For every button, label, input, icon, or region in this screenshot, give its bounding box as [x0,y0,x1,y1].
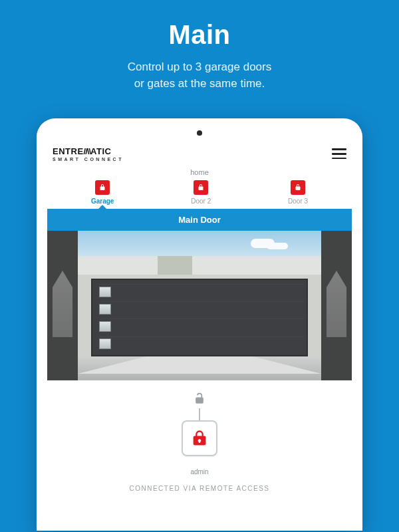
house-icon [53,271,72,337]
cloud-icon [251,239,275,248]
house-icon [327,271,346,337]
brand-slash: //\\ [84,146,90,156]
garage-window-icon [99,287,111,297]
door-title-banner: Main Door [47,209,352,231]
next-door-overlay[interactable] [321,231,352,380]
garage-window-icon [99,338,111,349]
user-label: admin [190,468,208,475]
brand-logo: ENTRE//\\ATIC SMART CONNECT [53,146,124,162]
brand-wordmark: ENTRE//\\ATIC [53,146,124,156]
prev-door-overlay[interactable] [47,231,78,380]
app-screen: ENTRE//\\ATIC SMART CONNECT home Garage [47,142,352,531]
door-tabs: Garage Door 2 Door 3 [47,180,352,209]
lock-icon [291,180,305,195]
unlock-open-icon [193,392,206,406]
slider-track [199,408,200,420]
lock-icon [95,180,110,195]
building-upper-wall [78,256,321,275]
lock-icon [194,180,208,195]
garage-door [91,279,308,356]
tablet-camera-icon [197,130,202,136]
tab-door-3[interactable]: Door 3 [288,180,308,209]
garage-window-icon [99,304,111,315]
tab-door-2[interactable]: Door 2 [191,180,211,209]
app-header: ENTRE//\\ATIC SMART CONNECT [47,142,352,168]
garage-camera-view[interactable] [47,231,352,380]
tab-label: Garage [91,198,114,205]
tablet-frame: ENTRE//\\ATIC SMART CONNECT home Garage [37,118,362,531]
tab-label: Door 3 [288,198,308,205]
brand-suffix: ATIC [90,146,111,156]
lock-toggle-button[interactable] [182,420,217,456]
connection-status: CONNECTED VIA REMOTE ACCESS [129,485,269,492]
garage-window-icon [99,321,111,332]
vent-icon [158,256,192,275]
brand-prefix: ENTRE [53,146,84,156]
tab-garage[interactable]: Garage [91,180,114,209]
hero-title: Main [168,20,230,50]
hero-subtitle: Control up to 3 garage doors or gates at… [128,59,271,92]
menu-icon[interactable] [332,148,346,159]
brand-tagline: SMART CONNECT [53,157,124,162]
driveway [78,356,321,380]
tab-label: Door 2 [191,198,211,205]
lock-control-zone: admin CONNECTED VIA REMOTE ACCESS [47,380,352,497]
lock-icon [190,429,209,448]
location-label: home [47,168,352,176]
promo-page: Main Control up to 3 garage doors or gat… [0,0,399,532]
